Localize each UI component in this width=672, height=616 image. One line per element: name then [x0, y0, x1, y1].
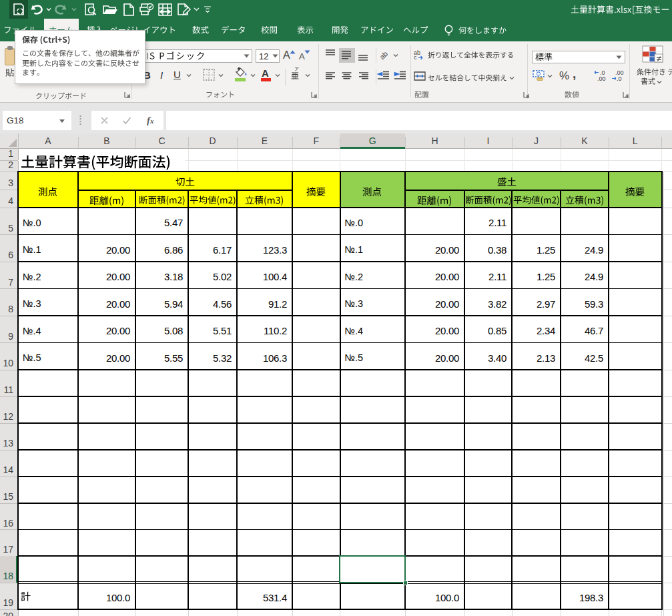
svg-text:.0: .0: [617, 75, 622, 81]
svg-text:ab: ab: [378, 49, 389, 61]
svg-text:c: c: [414, 54, 417, 60]
svg-text:.00: .00: [597, 75, 606, 81]
